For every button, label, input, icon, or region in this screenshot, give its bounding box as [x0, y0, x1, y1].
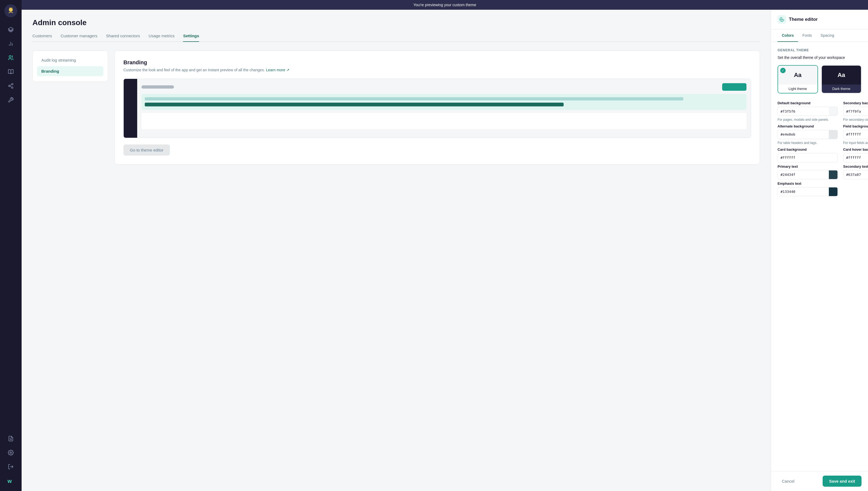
- color-field-desc: For secondary content or disabled state.: [843, 117, 868, 122]
- color-hex-input[interactable]: [778, 107, 829, 116]
- preview-card-bar-2: [145, 103, 563, 107]
- branding-description: Customize the look and feel of the app a…: [123, 68, 751, 72]
- color-field-desc: For pages, modals and side panels.: [778, 117, 838, 122]
- color-field-input-row: [778, 153, 838, 162]
- color-field-label: Card hover background: [843, 147, 868, 151]
- dark-theme-option[interactable]: Aa Dark theme: [821, 65, 862, 93]
- color-swatch[interactable]: [829, 130, 838, 139]
- light-theme-option[interactable]: ✓ Aa Light theme: [778, 65, 818, 93]
- svg-point-10: [11, 83, 13, 85]
- sidebar-item-workato[interactable]: w: [5, 475, 17, 487]
- preview-teal-button: [722, 83, 747, 91]
- sidebar-item-logout[interactable]: [5, 461, 17, 473]
- color-field-group: Card background: [778, 147, 838, 162]
- sidebar-item-reports[interactable]: [5, 433, 17, 444]
- color-swatch[interactable]: [829, 153, 838, 162]
- color-field-group: Card hover background: [843, 147, 868, 162]
- color-hex-input[interactable]: [778, 170, 829, 179]
- color-field-label: Card background: [778, 147, 838, 151]
- sidebar-item-layers[interactable]: [5, 24, 17, 36]
- theme-preview: [123, 79, 751, 138]
- color-field-label: Primary text: [778, 165, 838, 169]
- color-field-label: Secondary text: [843, 165, 868, 169]
- svg-point-17: [10, 452, 11, 454]
- color-field-input-row: [778, 107, 838, 116]
- sidebar-item-analytics[interactable]: [5, 38, 17, 50]
- color-fields-row: Card backgroundCard hover background: [778, 147, 862, 162]
- theme-editor-icon: [778, 15, 786, 24]
- color-hex-input[interactable]: [778, 187, 829, 196]
- preview-card: [142, 94, 747, 110]
- sidebar-item-share[interactable]: [5, 80, 17, 92]
- svg-line-13: [10, 86, 11, 87]
- color-fields-row: Default backgroundFor pages, modals and …: [778, 101, 862, 122]
- save-exit-button[interactable]: Save and exit: [822, 475, 862, 487]
- svg-text:w: w: [7, 478, 12, 484]
- dark-theme-preview: Aa: [822, 66, 861, 85]
- color-fields-container: Default backgroundFor pages, modals and …: [778, 101, 862, 196]
- nav-audit-log[interactable]: Audit log streaming: [37, 55, 104, 65]
- color-fields-row: Emphasis text: [778, 181, 862, 196]
- cancel-button[interactable]: Cancel: [778, 476, 799, 486]
- color-field-group: Default backgroundFor pages, modals and …: [778, 101, 838, 122]
- tab-usage-metrics[interactable]: Usage metrics: [148, 33, 174, 42]
- settings-layout: Audit log streaming Branding Branding Cu…: [32, 51, 760, 165]
- svg-point-12: [11, 87, 13, 89]
- color-hex-input[interactable]: [843, 107, 868, 116]
- branding-panel: Branding Customize the look and feel of …: [115, 51, 760, 165]
- editor-footer: Cancel Save and exit: [771, 471, 868, 491]
- check-icon: ✓: [780, 68, 786, 73]
- preview-card-bar-1: [145, 97, 683, 100]
- editor-tab-spacing[interactable]: Spacing: [816, 29, 839, 42]
- content-wrapper: Admin console Customers Customer manager…: [22, 10, 868, 491]
- svg-point-11: [9, 85, 10, 87]
- editor-tab-fonts[interactable]: Fonts: [798, 29, 816, 42]
- preview-sidebar-bar: [124, 79, 137, 138]
- color-field-group: Secondary text: [843, 165, 868, 179]
- sidebar-item-books[interactable]: [5, 66, 17, 78]
- svg-point-9: [9, 56, 11, 58]
- theme-editor-title: Theme editor: [789, 17, 818, 22]
- color-field-group: Primary text: [778, 165, 838, 179]
- color-field-input-row: [843, 130, 868, 139]
- general-theme-label: GENERAL THEME: [778, 48, 862, 52]
- color-swatch[interactable]: [829, 187, 838, 196]
- preview-main-area: [137, 79, 751, 138]
- color-hex-input[interactable]: [843, 130, 868, 139]
- light-theme-label: Light theme: [778, 85, 817, 93]
- color-field-input-row: [778, 187, 838, 196]
- color-field-label: Field background: [843, 124, 868, 128]
- color-field-label: Default background: [778, 101, 838, 105]
- color-field-group: Alternate backgroundFor table headers an…: [778, 124, 838, 145]
- sidebar-item-tools[interactable]: [5, 94, 17, 106]
- color-hex-input[interactable]: [778, 153, 829, 162]
- svg-line-14: [10, 85, 11, 86]
- color-fields-row: Alternate backgroundFor table headers an…: [778, 124, 862, 145]
- preview-banner-text: You're previewing your custom theme: [413, 3, 476, 7]
- editor-tab-colors[interactable]: Colors: [778, 29, 798, 42]
- tab-customer-managers[interactable]: Customer managers: [61, 33, 97, 42]
- page-title: Admin console: [32, 18, 760, 27]
- color-hex-input[interactable]: [843, 170, 868, 179]
- color-field-group: Emphasis text: [778, 181, 838, 196]
- tab-customers[interactable]: Customers: [32, 33, 52, 42]
- tab-settings[interactable]: Settings: [183, 33, 199, 42]
- go-theme-editor-button[interactable]: Go to theme editor: [123, 144, 170, 155]
- branding-title: Branding: [123, 59, 751, 66]
- sidebar-item-users[interactable]: [5, 52, 17, 64]
- color-swatch[interactable]: [829, 170, 838, 179]
- tab-shared-connectors[interactable]: Shared connectors: [106, 33, 140, 42]
- sidebar-item-settings[interactable]: [5, 447, 17, 459]
- nav-branding[interactable]: Branding: [37, 66, 104, 76]
- main-area: You're previewing your custom theme Admi…: [22, 0, 868, 491]
- app-logo[interactable]: [4, 4, 17, 17]
- color-hex-input[interactable]: [778, 130, 829, 139]
- learn-more-link[interactable]: Learn more ↗: [266, 68, 290, 72]
- color-fields-row: Primary textSecondary text: [778, 165, 862, 179]
- color-field-label: Emphasis text: [778, 181, 838, 185]
- preview-banner: You're previewing your custom theme: [22, 0, 868, 10]
- color-hex-input[interactable]: [843, 153, 868, 162]
- settings-sidebar: Audit log streaming Branding: [32, 51, 108, 165]
- color-swatch[interactable]: [829, 107, 838, 116]
- preview-top-row: [142, 83, 747, 91]
